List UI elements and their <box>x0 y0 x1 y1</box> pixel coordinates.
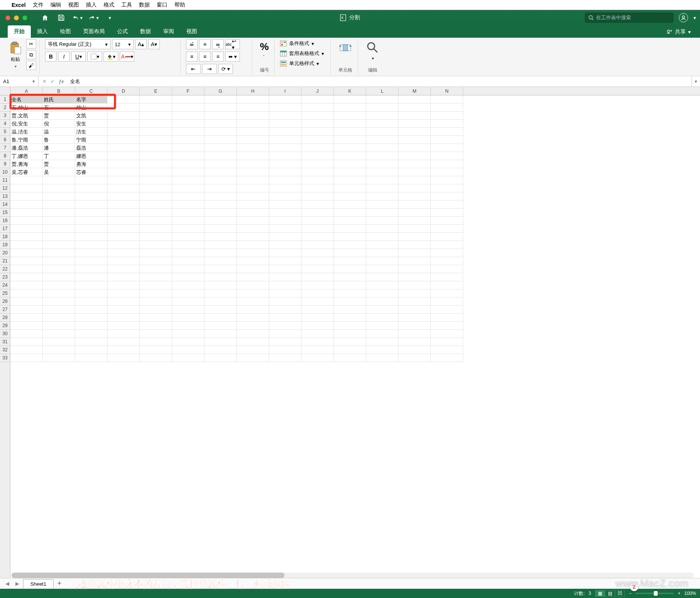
cell[interactable] <box>43 233 75 241</box>
fx-icon[interactable]: ƒx <box>59 79 64 84</box>
home-icon[interactable] <box>40 12 50 23</box>
number-format-button[interactable]: % <box>258 39 271 58</box>
cell[interactable] <box>301 273 334 281</box>
cell[interactable] <box>75 225 107 233</box>
cell[interactable] <box>107 322 140 330</box>
cell[interactable] <box>399 338 431 346</box>
cell[interactable] <box>75 306 107 314</box>
cell[interactable] <box>107 95 140 104</box>
cell[interactable] <box>399 346 431 354</box>
cell[interactable] <box>399 144 431 152</box>
editing-button[interactable]: ▾ <box>363 39 382 62</box>
cell[interactable] <box>237 168 269 176</box>
cell[interactable] <box>269 217 301 225</box>
cell[interactable] <box>366 176 399 184</box>
cell[interactable] <box>140 338 172 346</box>
row-header[interactable]: 6 <box>0 136 10 144</box>
cell[interactable] <box>75 330 107 338</box>
sheet-tab-active[interactable]: Sheet1 <box>23 579 54 588</box>
cell[interactable] <box>366 104 399 112</box>
row-header[interactable]: 12 <box>0 184 10 192</box>
cell[interactable] <box>431 217 463 225</box>
select-all-corner[interactable] <box>0 87 10 95</box>
cell[interactable] <box>172 184 204 192</box>
cell[interactable] <box>172 281 204 289</box>
cell[interactable] <box>269 176 301 184</box>
cell[interactable] <box>107 281 140 289</box>
mac-menu-edit[interactable]: 编辑 <box>50 2 61 8</box>
cell[interactable] <box>431 176 463 184</box>
cell[interactable] <box>43 241 75 249</box>
font-size-select[interactable]: 12▾ <box>112 39 134 49</box>
cell[interactable] <box>301 217 334 225</box>
tab-draw[interactable]: 绘图 <box>54 25 77 38</box>
cell[interactable] <box>431 184 463 192</box>
cell[interactable] <box>431 289 463 297</box>
cell[interactable] <box>204 265 237 273</box>
cell[interactable] <box>172 217 204 225</box>
cell[interactable] <box>10 200 43 209</box>
cell[interactable]: 贾 <box>43 112 75 120</box>
cell[interactable] <box>431 233 463 241</box>
tab-formulas[interactable]: 公式 <box>111 25 134 38</box>
format-painter-button[interactable]: 🖌 <box>26 61 36 70</box>
cell[interactable] <box>75 297 107 306</box>
font-color-button[interactable]: A ▾ <box>120 52 134 62</box>
cell[interactable] <box>334 346 366 354</box>
row-header[interactable]: 21 <box>0 257 10 265</box>
bold-button[interactable]: B <box>45 52 57 62</box>
cell[interactable] <box>301 314 334 322</box>
cell[interactable] <box>269 184 301 192</box>
qat-customize-icon[interactable]: ▾ <box>104 12 115 23</box>
tab-view[interactable]: 视图 <box>180 25 203 38</box>
cell[interactable] <box>172 289 204 297</box>
cell[interactable] <box>75 314 107 322</box>
cell[interactable] <box>366 249 399 257</box>
cell[interactable] <box>172 249 204 257</box>
cell[interactable] <box>107 233 140 241</box>
cell[interactable] <box>172 112 204 120</box>
cell[interactable] <box>140 354 172 362</box>
cell[interactable] <box>431 273 463 281</box>
cell[interactable] <box>237 314 269 322</box>
undo-icon[interactable]: ▾ <box>72 12 83 23</box>
cell[interactable] <box>172 338 204 346</box>
cell-styles-button[interactable]: 单元格样式 ▾ <box>280 59 327 68</box>
cell[interactable] <box>237 241 269 249</box>
cell[interactable] <box>172 192 204 200</box>
cell[interactable] <box>43 330 75 338</box>
cell[interactable] <box>10 233 43 241</box>
cell[interactable] <box>334 354 366 362</box>
cell[interactable] <box>269 160 301 168</box>
cell[interactable] <box>75 273 107 281</box>
column-header[interactable]: F <box>172 87 204 95</box>
cell[interactable] <box>107 120 140 128</box>
cell[interactable] <box>366 112 399 120</box>
cell[interactable] <box>237 200 269 209</box>
column-header[interactable]: L <box>366 87 399 95</box>
cell[interactable] <box>301 192 334 200</box>
cell[interactable] <box>269 168 301 176</box>
cell[interactable] <box>140 136 172 144</box>
cell[interactable] <box>334 314 366 322</box>
column-header[interactable]: G <box>204 87 237 95</box>
cell[interactable] <box>204 112 237 120</box>
cell[interactable] <box>366 314 399 322</box>
cell[interactable] <box>366 95 399 104</box>
cell[interactable] <box>204 95 237 104</box>
cell[interactable] <box>172 314 204 322</box>
cell[interactable] <box>172 144 204 152</box>
cell[interactable] <box>204 200 237 209</box>
cell[interactable] <box>431 192 463 200</box>
cell[interactable] <box>237 330 269 338</box>
cell[interactable] <box>366 306 399 314</box>
cell[interactable] <box>301 306 334 314</box>
row-header[interactable]: 15 <box>0 209 10 217</box>
cell[interactable] <box>172 241 204 249</box>
cell[interactable] <box>301 241 334 249</box>
cell[interactable] <box>204 314 237 322</box>
cell[interactable] <box>431 354 463 362</box>
cell[interactable] <box>301 354 334 362</box>
cell[interactable] <box>366 144 399 152</box>
cell[interactable] <box>301 225 334 233</box>
